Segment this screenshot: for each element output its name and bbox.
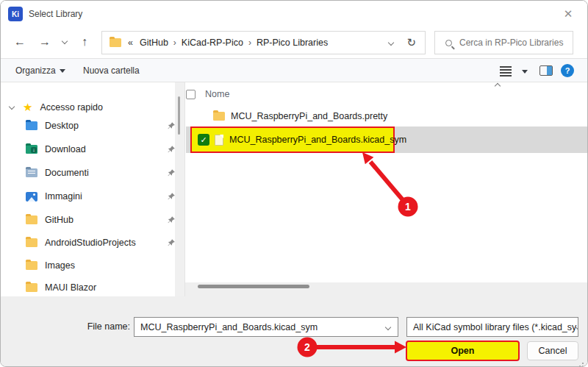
desktop-folder-icon [26,121,37,130]
file-row-pretty[interactable]: MCU_RaspberryPi_and_Boards.pretty [186,107,387,126]
organize-button[interactable]: Organizza [15,65,65,76]
folder-icon [26,238,37,247]
pin-icon [167,168,176,177]
folder-icon [26,261,37,270]
breadcrumb-segment-github[interactable]: GitHub [140,38,168,48]
breadcrumb-separator: › [173,38,176,48]
sidebar-item-maui-blazor[interactable]: MAUI Blazor [26,278,176,297]
horizontal-scrollbar-thumb[interactable] [198,285,309,288]
pin-icon [167,121,176,130]
sidebar-item-images[interactable]: Images [26,256,176,275]
up-icon[interactable]: ↑ [82,35,87,49]
sort-ascending-icon[interactable] [495,83,501,89]
close-icon[interactable]: ✕ [561,7,576,21]
sidebar-scrollbar-track[interactable] [175,82,185,296]
sidebar-item-quick-access[interactable]: ★ Accesso rapido [10,98,173,117]
pin-icon [167,145,176,154]
forward-icon[interactable]: → [39,35,51,49]
pictures-icon [26,192,37,202]
folder-icon [26,283,37,292]
open-button[interactable]: Open [406,341,520,361]
sidebar-item-androidstudioprojects[interactable]: AndroidStudioProjects [26,233,176,252]
cancel-button[interactable]: Cancel [527,341,578,360]
title-bar: Ki Select Library ✕ [1,1,587,27]
checked-checkbox[interactable]: ✓ [198,134,209,146]
column-header-nome[interactable]: Nome [205,89,229,99]
select-library-dialog: Ki Select Library ✕ ← → ↑ « GitHub › KiC… [0,0,588,367]
search-input[interactable]: Cerca in RP-Pico Libraries [434,31,573,54]
folder-icon [26,215,37,224]
documents-folder-icon [26,168,37,177]
sidebar-scrollbar-thumb[interactable] [178,96,180,135]
breadcrumb-segment-rp-pico-libraries[interactable]: RP-Pico Libraries [257,38,328,48]
breadcrumb-separator: › [248,38,251,48]
dialog-footer: File name: MCU_RaspberryPi_and_Boards.ki… [1,296,587,367]
sidebar-item-immagini[interactable]: Immagini [26,187,176,206]
view-mode-icon[interactable] [500,66,512,68]
search-icon [445,40,452,46]
organize-caret-icon [60,69,65,73]
file-row-kicad-sym[interactable]: ✓ MCU_RaspberryPi_and_Boards.kicad_sym [190,127,395,153]
pin-icon [167,215,176,224]
sidebar-item-documenti[interactable]: Documenti [26,163,176,182]
new-folder-button[interactable]: Nuova cartella [83,65,140,76]
folder-icon [213,112,225,121]
file-type-combobox[interactable]: All KiCad symbol library files (*.kicad_… [406,317,578,337]
sidebar-item-github[interactable]: GitHub [26,210,176,229]
search-placeholder: Cerca in RP-Pico Libraries [459,38,563,48]
command-toolbar: Organizza Nuova cartella ? [1,58,587,82]
download-folder-icon: ↓ [26,145,37,154]
address-dropdown-chevron-icon[interactable] [388,40,394,46]
window-title: Select Library [29,9,82,19]
file-name-label: File name: [1,321,130,332]
breadcrumb-overflow[interactable]: « [128,38,133,48]
recent-locations-chevron-icon[interactable] [62,38,68,44]
preview-pane-icon[interactable] [539,65,553,76]
view-mode-caret-icon[interactable] [522,70,528,74]
quick-access-expand-chevron-icon[interactable] [9,103,15,109]
refresh-icon[interactable]: ↻ [406,36,416,49]
resize-grip[interactable] [582,363,584,364]
folder-icon [110,38,121,47]
pin-icon [167,192,176,201]
list-column-header[interactable]: Nome [186,89,229,99]
help-button[interactable]: ? [561,64,574,77]
kicad-sym-file-icon [215,135,223,146]
address-bar[interactable]: « GitHub › KiCad-RP-Pico › RP-Pico Libra… [101,31,426,54]
pin-icon [167,238,176,247]
sidebar-item-download[interactable]: ↓ Download [26,140,176,159]
navigation-bar: ← → ↑ « GitHub › KiCad-RP-Pico › RP-Pico… [1,27,587,58]
sidebar-item-desktop[interactable]: Desktop [26,116,176,135]
dialog-body: ★ Accesso rapido Desktop ↓ Download Docu… [1,82,587,296]
select-all-checkbox[interactable] [186,90,196,99]
breadcrumb-segment-kicad-rp-pico[interactable]: KiCad-RP-Pico [182,38,243,48]
quick-access-star-icon: ★ [23,101,32,114]
file-name-dropdown-chevron-icon[interactable] [385,324,391,329]
back-icon[interactable]: ← [14,35,26,49]
kicad-logo-icon: Ki [8,7,23,21]
file-name-combobox[interactable]: MCU_RaspberryPi_and_Boards.kicad_sym [134,317,398,337]
